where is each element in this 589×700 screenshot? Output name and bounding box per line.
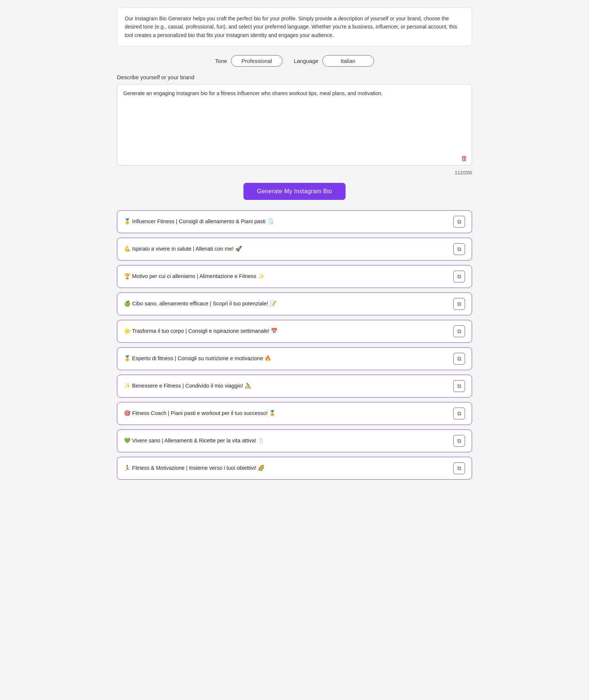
bio-item-text: 🏆 Motivo per cui ci alleniamo | Alimenta… — [124, 272, 447, 281]
copy-button[interactable]: ⧉ — [453, 380, 465, 392]
description-text: Our Instagram Bio Generator helps you cr… — [125, 16, 457, 38]
bio-textarea[interactable]: Generate an engaging Instagram bio for a… — [117, 84, 472, 165]
copy-button[interactable]: ⧉ — [453, 216, 465, 228]
copy-button[interactable]: ⧉ — [453, 271, 465, 282]
copy-icon: ⧉ — [457, 246, 461, 252]
copy-button[interactable]: ⧉ — [453, 298, 465, 310]
char-count: 112/200 — [117, 170, 472, 175]
bio-item-text: 🌟 Trasforma il tuo corpo | Consigli e is… — [124, 327, 447, 335]
generate-button[interactable]: Generate My Instagram Bio — [243, 183, 345, 200]
copy-icon: ⧉ — [457, 465, 461, 472]
language-group: Language English Italian Spanish French … — [294, 55, 374, 67]
tone-group: Tone Casual Professional Fun Inspiration… — [215, 55, 283, 67]
bio-results: 🥇 Influencer Fitness | Consigli di allen… — [117, 210, 472, 480]
list-item: 🎯 Fitness Coach | Piani pasti e workout … — [117, 402, 472, 425]
delete-button[interactable]: 🗑 — [461, 155, 468, 163]
describe-label: Describe yourself or your brand — [117, 74, 472, 80]
bio-item-text: 💪 Ispirato a vivere in salute | Allenati… — [124, 245, 447, 253]
copy-button[interactable]: ⧉ — [453, 408, 465, 419]
copy-icon: ⧉ — [457, 410, 461, 417]
copy-icon: ⧉ — [457, 355, 461, 362]
bio-item-text: 🏃 Fitness & Motivazione | Insieme verso … — [124, 464, 447, 472]
copy-icon: ⧉ — [457, 218, 461, 225]
tone-label: Tone — [215, 58, 227, 64]
list-item: 🏆 Motivo per cui ci alleniamo | Alimenta… — [117, 265, 472, 288]
copy-icon: ⧉ — [457, 383, 461, 389]
copy-button[interactable]: ⧉ — [453, 462, 465, 474]
list-item: ✨ Benessere e Fitness | Condivido il mio… — [117, 375, 472, 398]
tone-language-row: Tone Casual Professional Fun Inspiration… — [117, 55, 472, 67]
list-item: 💚 Vivere sano | Allenamenti & Ricette pe… — [117, 429, 472, 452]
bio-item-text: 🍏 Cibo sano, allenamento efficace | Scop… — [124, 300, 447, 308]
list-item: 🌟 Trasforma il tuo corpo | Consigli e is… — [117, 320, 472, 343]
bio-item-text: ✨ Benessere e Fitness | Condivido il mio… — [124, 382, 447, 390]
textarea-wrapper: Generate an engaging Instagram bio for a… — [117, 84, 472, 167]
bio-item-text: 🎯 Fitness Coach | Piani pasti e workout … — [124, 409, 447, 418]
copy-icon: ⧉ — [457, 301, 461, 307]
language-select[interactable]: English Italian Spanish French German — [322, 55, 374, 67]
bio-item-text: 🥇 Influencer Fitness | Consigli di allen… — [124, 218, 447, 226]
list-item: 🥇 Esperto di fitness | Consigli su nutri… — [117, 347, 472, 370]
list-item: 💪 Ispirato a vivere in salute | Allenati… — [117, 238, 472, 261]
list-item: 🏃 Fitness & Motivazione | Insieme verso … — [117, 457, 472, 480]
list-item: 🥇 Influencer Fitness | Consigli di allen… — [117, 210, 472, 233]
copy-button[interactable]: ⧉ — [453, 353, 465, 365]
bio-item-text: 🥇 Esperto di fitness | Consigli su nutri… — [124, 355, 447, 363]
copy-button[interactable]: ⧉ — [453, 435, 465, 447]
delete-icon: 🗑 — [461, 155, 468, 162]
copy-button[interactable]: ⧉ — [453, 325, 465, 337]
copy-button[interactable]: ⧉ — [453, 243, 465, 255]
generate-btn-wrapper: Generate My Instagram Bio — [117, 183, 472, 200]
copy-icon: ⧉ — [457, 438, 461, 444]
language-label: Language — [294, 58, 319, 64]
description-box: Our Instagram Bio Generator helps you cr… — [117, 7, 472, 46]
tone-select[interactable]: Casual Professional Fun Inspirational — [231, 55, 283, 67]
bio-item-text: 💚 Vivere sano | Allenamenti & Ricette pe… — [124, 437, 447, 445]
copy-icon: ⧉ — [457, 328, 461, 335]
copy-icon: ⧉ — [457, 273, 461, 280]
list-item: 🍏 Cibo sano, allenamento efficace | Scop… — [117, 292, 472, 315]
